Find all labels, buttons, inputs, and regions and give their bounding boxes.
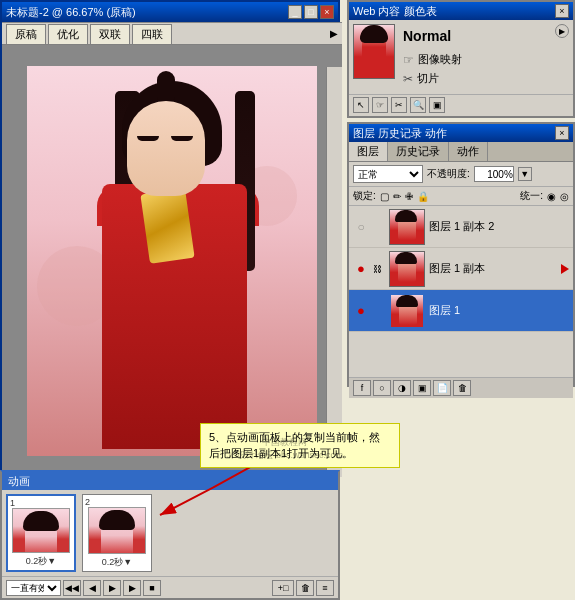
- web-tool-5[interactable]: ▣: [429, 97, 445, 113]
- web-panel-text-area: Normal ☞ 图像映射 ✂ 切片: [403, 24, 547, 90]
- blend-mode-select[interactable]: 正常: [353, 165, 423, 183]
- web-tool-4[interactable]: 🔍: [410, 97, 426, 113]
- frame-2-thumb: [88, 507, 146, 554]
- add-style-button[interactable]: f: [353, 380, 371, 396]
- opacity-input[interactable]: [474, 166, 514, 182]
- frame-1-thumb: [12, 508, 70, 553]
- tab-optimize[interactable]: 优化: [48, 24, 88, 44]
- opacity-arrow[interactable]: ▼: [518, 167, 532, 181]
- web-options-button[interactable]: ▶: [555, 24, 569, 38]
- layer-thumb-copy1: [389, 251, 425, 287]
- anim-stop-button[interactable]: ■: [143, 580, 161, 596]
- web-toolbar: ↖ ☞ ✂ 🔍 ▣: [349, 94, 573, 115]
- frame-1-time[interactable]: 0.2秒▼: [26, 555, 56, 568]
- tab-layers[interactable]: 图层: [349, 142, 388, 161]
- web-menu-image-map[interactable]: ☞ 图像映射: [403, 52, 547, 67]
- web-panel-body: Normal ☞ 图像映射 ✂ 切片 ▶: [349, 20, 573, 94]
- main-window-title: 未标题-2 @ 66.67% (原稿): [6, 5, 136, 20]
- lock-move-icon[interactable]: ✙: [405, 191, 413, 202]
- layer-thumb-copy2: [389, 209, 425, 245]
- anim-prev-button[interactable]: ◀: [83, 580, 101, 596]
- layers-bottom-toolbar: f ○ ◑ ▣ 📄 🗑: [349, 377, 573, 398]
- lock-row: 锁定: ▢ ✏ ✙ 🔒 统一: ◉ ◎: [349, 187, 573, 206]
- tab-dual[interactable]: 双联: [90, 24, 130, 44]
- lock-paint-icon[interactable]: ✏: [393, 191, 401, 202]
- layers-list: ○ 图层 1 副本 2 ● ⛓ 图层 1 副本: [349, 206, 573, 377]
- canvas-scrollbar[interactable]: [326, 67, 342, 477]
- layers-title-bar: 图层 历史记录 动作 ×: [349, 124, 573, 142]
- layers-tabs: 图层 历史记录 动作: [349, 142, 573, 162]
- link-icon-layer1copy[interactable]: ⛓: [373, 264, 385, 274]
- layer-name-base: 图层 1: [429, 303, 569, 318]
- window-controls: _ □ ×: [288, 5, 334, 19]
- image-window: 原稿 优化 双联 四联 ▶: [2, 22, 342, 477]
- minimize-button[interactable]: _: [288, 5, 302, 19]
- tab-arrow[interactable]: ▶: [330, 28, 338, 39]
- anim-frame-1[interactable]: 1 0.2秒▼: [6, 494, 76, 572]
- canvas-image: [27, 66, 317, 456]
- web-content-panel: Web 内容 颜色表 × Normal ☞ 图像映射 ✂ 切片 ▶ ↖ ☞: [347, 0, 575, 118]
- web-menu-slice[interactable]: ✂ 切片: [403, 71, 547, 86]
- new-layer-button[interactable]: 📄: [433, 380, 451, 396]
- web-tool-3[interactable]: ✂: [391, 97, 407, 113]
- new-group-button[interactable]: ▣: [413, 380, 431, 396]
- frame-2-time[interactable]: 0.2秒▼: [102, 556, 132, 569]
- anim-title-label: 动画: [8, 474, 30, 489]
- frame-2-number: 2: [85, 497, 90, 507]
- add-mask-button[interactable]: ○: [373, 380, 391, 396]
- figure-hair-bun: [157, 71, 175, 101]
- web-panel-close[interactable]: ×: [555, 4, 569, 18]
- canvas-area: [2, 45, 342, 477]
- new-adj-layer-button[interactable]: ◑: [393, 380, 411, 396]
- tab-quad[interactable]: 四联: [132, 24, 172, 44]
- eye-icon-layer1copy2[interactable]: ○: [353, 219, 369, 235]
- anim-rewind-button[interactable]: ◀◀: [63, 580, 81, 596]
- lock-transparency-icon[interactable]: ▢: [380, 191, 389, 202]
- anim-delete-frame-button[interactable]: 🗑: [296, 580, 314, 596]
- web-panel-title-label: Web 内容 颜色表: [353, 4, 437, 19]
- lock-all-icon[interactable]: 🔒: [417, 191, 429, 202]
- web-tool-1[interactable]: ↖: [353, 97, 369, 113]
- layer-row-copy1[interactable]: ● ⛓ 图层 1 副本: [349, 248, 573, 290]
- anim-next-button[interactable]: ▶: [123, 580, 141, 596]
- layers-close-button[interactable]: ×: [555, 126, 569, 140]
- layer-thumb-base: [389, 293, 425, 329]
- maximize-button[interactable]: □: [304, 5, 318, 19]
- anim-controls: 一直有效 一次 三次 ◀◀ ◀ ▶ ▶ ■ +□ 🗑 ≡: [2, 576, 338, 598]
- image-map-icon: ☞: [403, 53, 414, 67]
- tab-original[interactable]: 原稿: [6, 24, 46, 44]
- layer-row-base[interactable]: ● 图层 1: [349, 290, 573, 332]
- web-panel-controls: ×: [555, 4, 569, 18]
- anim-menu-button[interactable]: ≡: [316, 580, 334, 596]
- web-menu-slice-label: 切片: [417, 71, 439, 86]
- slice-icon: ✂: [403, 72, 413, 86]
- watermark-text: 中国教程网: [226, 436, 343, 449]
- tab-actions[interactable]: 动作: [449, 142, 488, 161]
- web-menu-image-map-label: 图像映射: [418, 52, 462, 67]
- layers-panel: 图层 历史记录 动作 × 图层 历史记录 动作 正常 不透明度: ▼ 锁定: ▢…: [347, 122, 575, 387]
- layers-controls: 正常 不透明度: ▼: [349, 162, 573, 187]
- web-thumb-hair: [360, 25, 388, 43]
- unify-label: 统一:: [520, 189, 543, 203]
- web-thumbnail: [353, 24, 395, 79]
- web-panel-title-bar: Web 内容 颜色表 ×: [349, 2, 573, 20]
- delete-layer-button[interactable]: 🗑: [453, 380, 471, 396]
- anim-play-button[interactable]: ▶: [103, 580, 121, 596]
- anim-new-frame-button[interactable]: +□: [272, 580, 294, 596]
- eye-icon-layer1copy[interactable]: ●: [353, 261, 369, 277]
- tab-history[interactable]: 历史记录: [388, 142, 449, 161]
- unify-icon1[interactable]: ◉: [547, 191, 556, 202]
- web-tool-2[interactable]: ☞: [372, 97, 388, 113]
- lock-label: 锁定:: [353, 189, 376, 203]
- figure-collar: [140, 188, 194, 264]
- figure-eyes: [135, 136, 195, 144]
- eye-icon-layer1[interactable]: ●: [353, 303, 369, 319]
- unify-icon2[interactable]: ◎: [560, 191, 569, 202]
- main-ps-window: 未标题-2 @ 66.67% (原稿) _ □ × 原稿 优化 双联 四联 ▶: [0, 0, 340, 475]
- layer-name-copy1: 图层 1 副本: [429, 261, 555, 276]
- watermark-subtext: JC设计论坛 bbs.wansec.com: [226, 449, 343, 462]
- layer-row-copy2[interactable]: ○ 图层 1 副本 2: [349, 206, 573, 248]
- loop-select[interactable]: 一直有效 一次 三次: [6, 580, 61, 596]
- close-button[interactable]: ×: [320, 5, 334, 19]
- opacity-label: 不透明度:: [427, 167, 470, 181]
